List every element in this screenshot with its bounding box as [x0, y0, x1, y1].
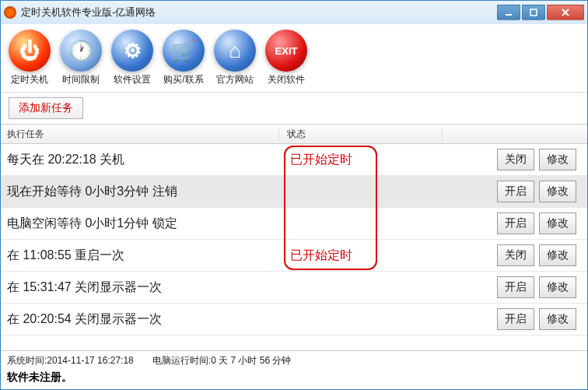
- tool-website[interactable]: ⌂官方网站: [214, 30, 256, 86]
- tool-timelimit[interactable]: 🕐时间限制: [60, 30, 102, 86]
- exit-icon: EXIT: [265, 30, 307, 72]
- modify-button[interactable]: 修改: [539, 181, 576, 202]
- modify-button[interactable]: 修改: [539, 213, 576, 234]
- table-row[interactable]: 在 11:08:55 重启一次已开始定时关闭修改: [1, 240, 587, 272]
- task-text: 在 11:08:55 重启一次: [1, 248, 279, 264]
- task-text: 每天在 20:22:18 关机: [1, 152, 279, 168]
- tool-label: 官方网站: [216, 73, 254, 86]
- tool-label: 定时关机: [11, 73, 48, 86]
- cart-icon: 🛒: [163, 30, 205, 72]
- task-text: 电脑空闲等待 0小时1分钟 锁定: [1, 216, 279, 232]
- tool-buy[interactable]: 🛒购买/联系: [163, 30, 205, 86]
- enable-button[interactable]: 开启: [497, 276, 534, 298]
- modify-button[interactable]: 修改: [539, 276, 576, 298]
- table-row[interactable]: 每天在 20:22:18 关机已开始定时关闭修改: [1, 144, 587, 176]
- maximize-button[interactable]: [522, 5, 545, 20]
- systime: 系统时间:2014-11-17 16:27:18: [7, 354, 134, 367]
- action-cell: 开启修改: [443, 181, 587, 202]
- task-text: 在 20:20:54 关闭显示器一次: [1, 311, 279, 328]
- tool-exit[interactable]: EXIT关闭软件: [265, 30, 307, 86]
- table-header: 执行任务 状态: [1, 124, 587, 144]
- window-title: 定时关机软件专业版-亿通网络: [21, 5, 497, 19]
- enable-button[interactable]: 开启: [497, 181, 534, 202]
- disable-button[interactable]: 关闭: [497, 244, 534, 266]
- status-text: 已开始定时: [279, 248, 443, 264]
- app-window: 定时关机软件专业版-亿通网络 ⏻定时关机🕐时间限制⚙软件设置🛒购买/联系⌂官方网…: [0, 0, 588, 390]
- task-list: 每天在 20:22:18 关机已开始定时关闭修改现在开始等待 0小时3分钟 注销…: [1, 144, 587, 350]
- uptime: 电脑运行时间:0 天 7 小时 56 分钟: [152, 354, 292, 367]
- action-cell: 开启修改: [443, 308, 587, 330]
- clock-icon: 🕐: [60, 30, 102, 72]
- sub-toolbar: 添加新任务: [1, 93, 587, 124]
- home-icon: ⌂: [214, 30, 256, 72]
- tool-label: 软件设置: [114, 73, 151, 86]
- task-text: 在 15:31:47 关闭显示器一次: [1, 279, 279, 296]
- table-row[interactable]: 在 20:20:54 关闭显示器一次开启修改: [1, 304, 587, 336]
- minimize-button[interactable]: [497, 5, 520, 20]
- table-row[interactable]: 电脑空闲等待 0小时1分钟 锁定开启修改: [1, 208, 587, 240]
- action-cell: 关闭修改: [443, 149, 587, 170]
- enable-button[interactable]: 开启: [497, 308, 534, 330]
- enable-button[interactable]: 开启: [497, 213, 534, 234]
- table-row[interactable]: 现在开始等待 0小时3分钟 注销开启修改: [1, 176, 587, 208]
- titlebar[interactable]: 定时关机软件专业版-亿通网络: [1, 1, 587, 24]
- close-button[interactable]: [547, 5, 584, 20]
- svg-rect-1: [530, 9, 537, 16]
- modify-button[interactable]: 修改: [539, 244, 576, 266]
- status-text: 已开始定时: [279, 152, 443, 168]
- table-row[interactable]: 在 15:31:47 关闭显示器一次开启修改: [1, 272, 587, 304]
- modify-button[interactable]: 修改: [539, 308, 576, 330]
- register-status: 软件未注册。: [7, 371, 581, 385]
- add-task-button[interactable]: 添加新任务: [9, 97, 83, 119]
- gear-icon: ⚙: [111, 30, 153, 72]
- power-icon: ⏻: [9, 30, 51, 72]
- tool-label: 购买/联系: [163, 73, 203, 86]
- modify-button[interactable]: 修改: [539, 149, 576, 170]
- tool-label: 时间限制: [62, 73, 100, 86]
- app-icon: [4, 6, 16, 19]
- action-cell: 开启修改: [443, 213, 587, 234]
- header-status: 状态: [279, 128, 443, 141]
- disable-button[interactable]: 关闭: [497, 149, 534, 170]
- status-bar: 系统时间:2014-11-17 16:27:18 电脑运行时间:0 天 7 小时…: [1, 350, 587, 389]
- tool-shutdown[interactable]: ⏻定时关机: [9, 30, 51, 86]
- tool-label: 关闭软件: [268, 73, 305, 86]
- action-cell: 开启修改: [443, 276, 587, 298]
- header-task: 执行任务: [1, 128, 279, 141]
- task-text: 现在开始等待 0小时3分钟 注销: [1, 184, 279, 200]
- tool-settings[interactable]: ⚙软件设置: [111, 30, 153, 86]
- main-toolbar: ⏻定时关机🕐时间限制⚙软件设置🛒购买/联系⌂官方网站EXIT关闭软件: [1, 24, 587, 93]
- action-cell: 关闭修改: [443, 244, 587, 266]
- window-controls: [497, 5, 584, 20]
